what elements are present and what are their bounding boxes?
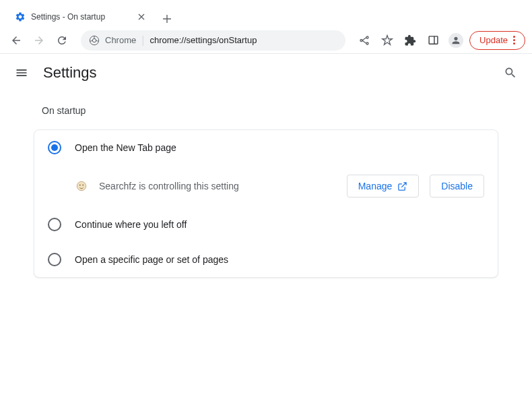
option-specific-pages[interactable]: Open a specific page or set of pages: [34, 242, 498, 277]
tab-title: Settings - On startup: [31, 12, 131, 22]
disable-button[interactable]: Disable: [430, 175, 484, 198]
svg-point-5: [366, 42, 368, 44]
extension-message: Searchfz is controlling this setting: [99, 181, 336, 191]
svg-point-2: [92, 38, 96, 42]
side-panel-icon[interactable]: [424, 31, 442, 50]
address-bar[interactable]: Chrome | chrome://settings/onStartup: [81, 30, 345, 51]
option-new-tab[interactable]: Open the New Tab page: [34, 130, 498, 165]
gear-icon: [15, 11, 26, 22]
menu-icon[interactable]: [13, 65, 30, 81]
browser-toolbar: Chrome | chrome://settings/onStartup Upd…: [0, 27, 532, 54]
extension-favicon: [75, 179, 88, 193]
option-label: Continue where you left off: [75, 219, 187, 230]
option-label: Open a specific page or set of pages: [75, 254, 228, 265]
chrome-icon: [89, 35, 100, 46]
forward-button[interactable]: [30, 31, 48, 50]
disable-label: Disable: [441, 181, 473, 191]
back-button[interactable]: [7, 31, 26, 50]
new-tab-button[interactable]: [158, 9, 176, 28]
svg-rect-6: [429, 36, 438, 44]
manage-button[interactable]: Manage: [347, 175, 420, 198]
profile-avatar[interactable]: [446, 31, 465, 50]
external-link-icon: [397, 181, 407, 191]
svg-point-8: [79, 185, 81, 186]
section-title: On startup: [42, 105, 498, 116]
svg-point-3: [360, 39, 362, 41]
browser-tab[interactable]: Settings - On startup: [7, 5, 155, 28]
omnibox-url: chrome://settings/onStartup: [149, 35, 257, 45]
extensions-icon[interactable]: [401, 31, 420, 50]
bookmark-star-icon[interactable]: [378, 31, 397, 50]
svg-point-9: [82, 185, 84, 186]
search-icon[interactable]: [502, 65, 519, 81]
menu-dots-icon: [513, 36, 515, 44]
omnibox-prefix: Chrome: [105, 35, 136, 45]
extension-notice: Searchfz is controlling this setting Man…: [34, 165, 498, 207]
svg-point-7: [77, 181, 86, 191]
update-button[interactable]: Update: [469, 31, 525, 50]
startup-options-card: Open the New Tab page Searchfz is contro…: [34, 129, 498, 278]
radio-unselected-icon: [48, 253, 61, 266]
close-tab-icon[interactable]: [136, 11, 147, 22]
option-continue[interactable]: Continue where you left off: [34, 207, 498, 242]
share-icon[interactable]: [355, 31, 374, 50]
update-label: Update: [479, 35, 508, 45]
reload-button[interactable]: [53, 31, 71, 50]
settings-header: Settings: [0, 54, 532, 92]
manage-label: Manage: [358, 181, 393, 191]
page-title: Settings: [43, 64, 97, 82]
svg-point-4: [366, 36, 368, 38]
radio-unselected-icon: [48, 218, 61, 231]
option-label: Open the New Tab page: [75, 142, 176, 153]
radio-selected-icon: [48, 141, 61, 154]
